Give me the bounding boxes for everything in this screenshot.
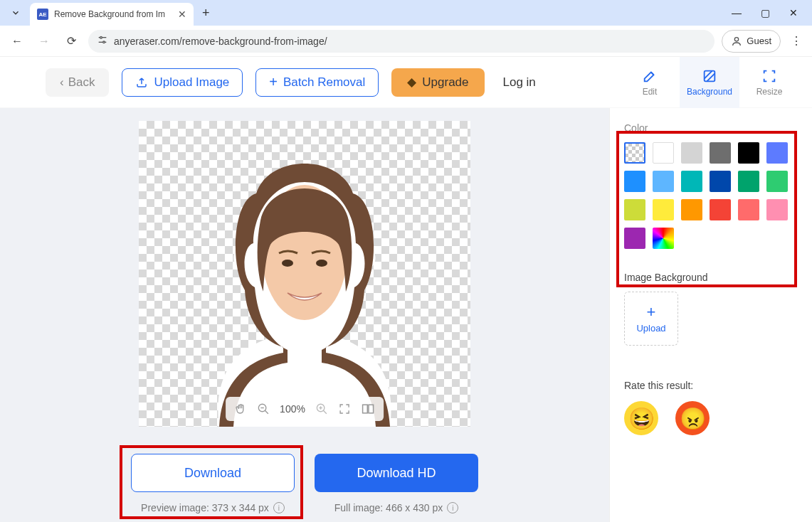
url-text: anyeraser.com/remove-background-from-ima… bbox=[114, 36, 327, 47]
color-swatch-blue[interactable] bbox=[624, 171, 645, 192]
site-settings-icon[interactable] bbox=[97, 35, 108, 47]
download-label: Download bbox=[184, 466, 241, 481]
tab-edit[interactable]: Edit bbox=[620, 57, 680, 108]
profile-button[interactable]: Guest bbox=[722, 30, 781, 53]
browser-tab-bar: AE Remove Background from Im ✕ + — ▢ ✕ bbox=[0, 0, 812, 26]
color-swatch-red[interactable] bbox=[710, 199, 731, 220]
batch-removal-button[interactable]: + Batch Removal bbox=[255, 68, 379, 97]
download-hd-button[interactable]: Download HD bbox=[315, 454, 478, 492]
info-icon[interactable]: i bbox=[273, 502, 285, 513]
color-swatch-green[interactable] bbox=[738, 171, 759, 192]
compare-button[interactable] bbox=[361, 403, 375, 415]
color-swatch-purple[interactable] bbox=[624, 228, 645, 249]
svg-point-4 bbox=[735, 37, 739, 41]
favicon: AE bbox=[37, 9, 48, 20]
zoom-level: 100% bbox=[280, 403, 305, 415]
svg-rect-20 bbox=[362, 405, 367, 413]
tab-search-button[interactable] bbox=[6, 3, 26, 23]
color-swatch-lime[interactable] bbox=[624, 199, 645, 220]
svg-point-11 bbox=[282, 260, 293, 267]
upload-background-button[interactable]: + Upload bbox=[624, 292, 678, 346]
reload-button[interactable]: ⟳ bbox=[61, 31, 81, 51]
color-swatch-transparent[interactable] bbox=[624, 142, 645, 164]
fit-screen-button[interactable] bbox=[338, 403, 351, 415]
svg-line-17 bbox=[323, 410, 327, 414]
color-swatch-grid bbox=[624, 142, 798, 249]
pan-tool-button[interactable] bbox=[234, 403, 247, 415]
canvas-area: 100% Download Preview image: 373 x 344 p… bbox=[0, 108, 609, 522]
browser-tab[interactable]: AE Remove Background from Im ✕ bbox=[30, 3, 194, 26]
tab-background-label: Background bbox=[687, 87, 732, 97]
svg-line-14 bbox=[265, 410, 268, 414]
profile-label: Guest bbox=[747, 36, 771, 46]
color-swatch-white[interactable] bbox=[653, 142, 674, 164]
resize-icon bbox=[761, 68, 777, 84]
color-swatch-gray[interactable] bbox=[710, 142, 731, 164]
upload-image-button[interactable]: Upload Image bbox=[122, 68, 243, 97]
plus-icon: + bbox=[647, 304, 656, 320]
tab-edit-label: Edit bbox=[643, 87, 658, 97]
color-swatch-black[interactable] bbox=[738, 142, 759, 164]
color-swatch-pink[interactable] bbox=[766, 199, 788, 220]
background-icon bbox=[702, 68, 717, 84]
tab-resize-label: Resize bbox=[756, 87, 783, 97]
rate-good-button[interactable]: 😆 bbox=[624, 401, 658, 435]
browser-menu-button[interactable]: ⋮ bbox=[788, 34, 805, 48]
color-swatch-teal[interactable] bbox=[681, 171, 702, 192]
tool-tabs: Edit Background Resize bbox=[620, 57, 799, 108]
canvas-frame: 100% bbox=[139, 121, 470, 427]
zoom-in-button[interactable] bbox=[315, 403, 328, 415]
subject-image bbox=[162, 128, 447, 427]
color-section-label: Color bbox=[624, 122, 798, 134]
login-link[interactable]: Log in bbox=[503, 75, 536, 90]
download-hd-label: Download HD bbox=[357, 466, 436, 481]
color-swatch-orange[interactable] bbox=[681, 199, 702, 220]
forward-nav-button[interactable]: → bbox=[34, 31, 54, 51]
color-swatch-skyblue[interactable] bbox=[653, 171, 674, 192]
zoom-out-button[interactable] bbox=[257, 403, 270, 415]
tab-title: Remove Background from Im bbox=[54, 9, 172, 19]
back-label: Back bbox=[68, 75, 95, 90]
tab-resize[interactable]: Resize bbox=[739, 57, 799, 108]
minimize-button[interactable]: — bbox=[729, 7, 744, 18]
color-swatch-yellow[interactable] bbox=[653, 199, 674, 220]
upload-icon bbox=[135, 76, 148, 89]
address-bar[interactable]: anyeraser.com/remove-background-from-ima… bbox=[88, 30, 715, 53]
window-controls: — ▢ ✕ bbox=[729, 7, 806, 18]
download-row: Download Preview image: 373 x 344 px i D… bbox=[131, 454, 478, 513]
image-bg-label: Image Background bbox=[624, 272, 798, 283]
close-tab-button[interactable]: ✕ bbox=[178, 9, 186, 20]
image-canvas[interactable] bbox=[139, 121, 470, 427]
svg-point-12 bbox=[316, 260, 327, 267]
color-swatch-emerald[interactable] bbox=[766, 171, 788, 192]
color-swatch-periwinkle[interactable] bbox=[766, 142, 788, 164]
preview-size-label: Preview image: 373 x 344 px i bbox=[141, 502, 285, 513]
svg-point-2 bbox=[100, 36, 102, 38]
color-swatch-navy[interactable] bbox=[710, 171, 731, 192]
upgrade-button[interactable]: ◆ Upgrade bbox=[391, 68, 484, 97]
color-swatch-lightgray[interactable] bbox=[681, 142, 702, 164]
download-button[interactable]: Download bbox=[131, 454, 295, 492]
svg-rect-5 bbox=[705, 70, 715, 81]
color-swatch-coral[interactable] bbox=[738, 199, 759, 220]
maximize-button[interactable]: ▢ bbox=[758, 7, 772, 18]
upgrade-label: Upgrade bbox=[422, 75, 468, 90]
main-area: 100% Download Preview image: 373 x 344 p… bbox=[0, 108, 812, 522]
upload-image-label: Upload Image bbox=[154, 75, 229, 90]
app-toolbar: ‹ Back Upload Image + Batch Removal ◆ Up… bbox=[0, 57, 812, 108]
diamond-icon: ◆ bbox=[407, 75, 416, 90]
color-swatch-rainbow[interactable] bbox=[653, 228, 674, 249]
tab-background[interactable]: Background bbox=[680, 57, 739, 108]
zoom-toolbar: 100% bbox=[226, 397, 384, 421]
browser-address-row: ← → ⟳ anyeraser.com/remove-background-fr… bbox=[0, 26, 812, 57]
edit-icon bbox=[642, 68, 658, 84]
plus-icon: + bbox=[269, 74, 278, 90]
svg-point-3 bbox=[103, 41, 105, 43]
upload-bg-label: Upload bbox=[636, 323, 665, 334]
back-button[interactable]: ‹ Back bbox=[46, 68, 109, 97]
close-window-button[interactable]: ✕ bbox=[786, 7, 801, 18]
new-tab-button[interactable]: + bbox=[202, 6, 210, 21]
rate-bad-button[interactable]: 😠 bbox=[675, 401, 710, 435]
back-nav-button[interactable]: ← bbox=[7, 31, 27, 51]
info-icon[interactable]: i bbox=[447, 502, 458, 513]
